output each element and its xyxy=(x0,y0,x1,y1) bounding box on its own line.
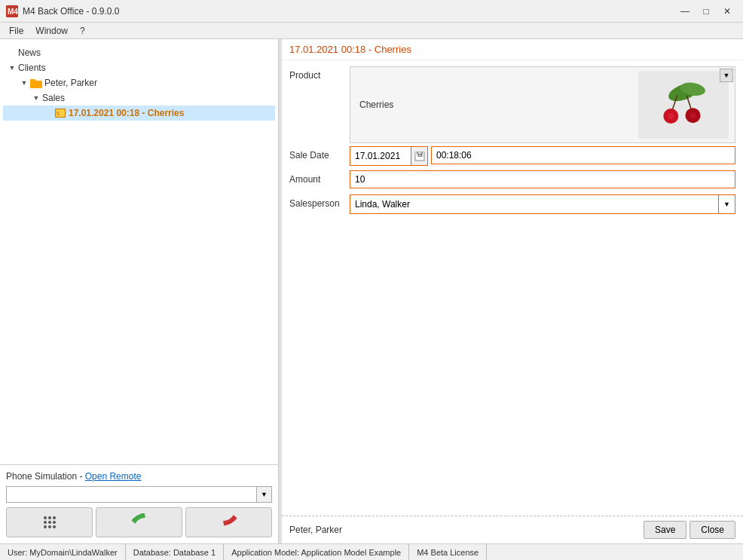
tree-item-news[interactable]: News xyxy=(3,45,275,60)
product-label: Product xyxy=(282,66,350,81)
tree-label-cherries: 17.01.2021 00:18 - Cherries xyxy=(69,108,184,118)
product-row: Product Cherries xyxy=(282,66,743,143)
salesperson-control: ▼ xyxy=(350,194,743,214)
tree-arrow-sales: ▼ xyxy=(30,92,42,104)
tree-arrow-clients: ▼ xyxy=(6,62,18,74)
svg-text:M4: M4 xyxy=(8,8,18,16)
calendar-icon: 15 xyxy=(414,151,425,161)
svg-point-14 xyxy=(48,525,51,528)
cherry-image xyxy=(646,78,721,131)
svg-point-8 xyxy=(48,516,51,519)
dialpad-button[interactable] xyxy=(6,507,93,537)
tree-item-sales[interactable]: ▼ Sales xyxy=(3,90,275,106)
calendar-button[interactable]: 15 xyxy=(411,147,427,165)
svg-point-15 xyxy=(53,525,56,528)
product-image xyxy=(638,71,729,139)
salesperson-label: Salesperson xyxy=(282,194,350,209)
left-panel: News ▼ Clients ▼ Peter, Parker ▼ Sales xyxy=(0,39,279,543)
menu-bar: File Window ? xyxy=(0,23,743,39)
main-content: News ▼ Clients ▼ Peter, Parker ▼ Sales xyxy=(0,39,743,543)
app-title: M4 Back Office - 0.9.0.0 xyxy=(23,6,120,17)
answer-icon xyxy=(129,513,150,531)
svg-point-20 xyxy=(668,113,674,119)
amount-row: Amount xyxy=(282,170,743,191)
right-panel: 17.01.2021 00:18 - Cherries Product Cher… xyxy=(282,39,743,543)
folder-icon xyxy=(30,77,42,89)
date-row: 15 xyxy=(350,146,735,166)
hangup-button[interactable] xyxy=(185,507,272,537)
dialpad-icon xyxy=(41,513,59,531)
salesperson-row: Salesperson ▼ xyxy=(282,194,743,216)
date-input[interactable] xyxy=(350,147,411,165)
phone-section: Phone Simulation - Open Remote ▼ xyxy=(0,464,278,543)
amount-control xyxy=(350,170,743,188)
tree-label-sales: Sales xyxy=(42,93,65,103)
phone-title: Phone Simulation - Open Remote xyxy=(6,471,272,482)
sale-date-control: 15 xyxy=(350,146,743,166)
product-inner: Cherries xyxy=(350,67,735,142)
sale-date-row: Sale Date 15 xyxy=(282,146,743,167)
status-app-model: Application Model: Application Model Exa… xyxy=(224,544,409,560)
svg-text:$: $ xyxy=(57,111,60,116)
status-database: Database: Database 1 xyxy=(126,544,224,560)
menu-help[interactable]: ? xyxy=(74,24,91,38)
product-box: Cherries xyxy=(350,66,735,143)
menu-file[interactable]: File xyxy=(3,24,29,38)
amount-input[interactable] xyxy=(350,170,735,188)
form-header: 17.01.2021 00:18 - Cherries xyxy=(282,39,743,60)
tree-label-peter: Peter, Parker xyxy=(44,78,97,88)
status-license: M4 Beta License xyxy=(409,544,487,560)
phone-input-row: ▼ xyxy=(6,486,272,503)
minimize-button[interactable]: — xyxy=(675,4,695,19)
tree-item-peter[interactable]: ▼ Peter, Parker xyxy=(3,75,275,90)
phone-number-input[interactable] xyxy=(6,486,257,503)
tree-label-clients: Clients xyxy=(18,63,46,73)
save-button[interactable]: Save xyxy=(644,521,686,539)
menu-window[interactable]: Window xyxy=(29,24,74,38)
close-button[interactable]: Close xyxy=(689,521,735,539)
salesperson-input[interactable] xyxy=(350,195,718,213)
svg-point-10 xyxy=(44,521,47,524)
client-label: Peter, Parker xyxy=(289,525,342,535)
svg-point-13 xyxy=(44,525,47,528)
phone-dropdown-button[interactable]: ▼ xyxy=(257,486,272,503)
salesperson-dropdown-button[interactable]: ▼ xyxy=(718,195,735,213)
date-input-wrap: 15 xyxy=(350,146,428,166)
sale-date-label: Sale Date xyxy=(282,146,350,161)
maximize-button[interactable]: □ xyxy=(696,4,716,19)
svg-rect-3 xyxy=(30,79,35,82)
svg-point-12 xyxy=(53,521,56,524)
product-control: Cherries xyxy=(350,66,743,143)
close-button[interactable]: ✕ xyxy=(717,4,737,19)
sale-icon: $ xyxy=(54,107,66,119)
status-user: User: MyDomain\LindaWalker xyxy=(0,544,126,560)
form-footer: Peter, Parker Save Close xyxy=(282,516,743,543)
amount-label: Amount xyxy=(282,170,350,185)
tree-arrow-news xyxy=(6,47,18,59)
status-bar: User: MyDomain\LindaWalker Database: Dat… xyxy=(0,543,743,560)
svg-point-11 xyxy=(48,521,51,524)
salesperson-wrap: ▼ xyxy=(350,194,735,214)
footer-buttons: Save Close xyxy=(644,521,735,539)
open-remote-link[interactable]: Open Remote xyxy=(85,471,142,482)
tree-arrow-peter: ▼ xyxy=(18,77,30,89)
phone-title-separator: - xyxy=(79,471,84,482)
title-bar: M4 M4 Back Office - 0.9.0.0 — □ ✕ xyxy=(0,0,743,23)
svg-point-9 xyxy=(53,516,56,519)
tree-item-cherries[interactable]: $ 17.01.2021 00:18 - Cherries xyxy=(3,106,275,121)
hangup-icon xyxy=(219,513,240,531)
form-body: Product Cherries xyxy=(282,60,743,516)
answer-button[interactable] xyxy=(96,507,182,537)
phone-simulation-label: Phone Simulation xyxy=(6,471,77,482)
product-dropdown-button[interactable]: ▼ xyxy=(720,69,733,82)
svg-point-7 xyxy=(44,516,47,519)
tree-item-clients[interactable]: ▼ Clients xyxy=(3,60,275,75)
product-name: Cherries xyxy=(353,96,638,113)
phone-buttons xyxy=(6,507,272,537)
window-controls: — □ ✕ xyxy=(675,4,737,19)
time-input[interactable] xyxy=(431,146,735,164)
tree-arrow-cherries xyxy=(42,107,54,119)
tree-area: News ▼ Clients ▼ Peter, Parker ▼ Sales xyxy=(0,39,278,464)
svg-point-21 xyxy=(689,112,696,118)
tree-label-news: News xyxy=(18,47,41,58)
